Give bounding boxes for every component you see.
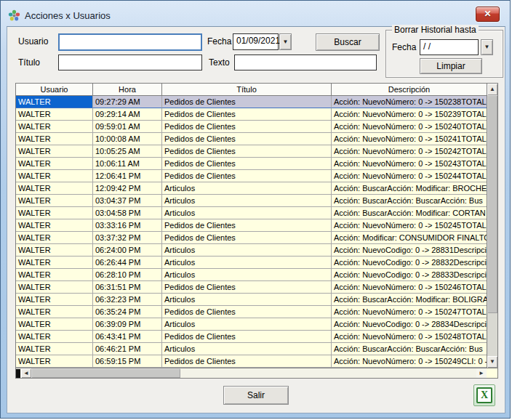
usuario-input[interactable] bbox=[58, 33, 202, 51]
table-row[interactable]: WALTER12:06:41 PMPedidos de ClientesAcci… bbox=[16, 170, 497, 182]
cell-usuario[interactable]: WALTER bbox=[16, 195, 93, 207]
cell-usuario[interactable]: WALTER bbox=[16, 158, 93, 170]
cell-titulo[interactable]: Pedidos de Clientes bbox=[162, 170, 332, 182]
cell-hora[interactable]: 10:00:08 AM bbox=[93, 133, 162, 145]
cell-usuario[interactable]: WALTER bbox=[16, 294, 93, 306]
cell-usuario[interactable]: WALTER bbox=[16, 244, 93, 257]
cell-hora[interactable]: 03:04:58 PM bbox=[93, 207, 162, 219]
table-row[interactable]: WALTER06:26:44 PMArticulosAcción: NuevoC… bbox=[16, 257, 497, 269]
col-header-descripcion[interactable]: Descripción bbox=[332, 84, 487, 96]
table-row[interactable]: WALTER03:04:58 PMArticulosAcción: Buscar… bbox=[16, 207, 497, 219]
cell-hora[interactable]: 10:06:11 AM bbox=[93, 158, 162, 170]
cell-hora[interactable]: 09:59:01 AM bbox=[93, 121, 162, 133]
cell-usuario[interactable]: WALTER bbox=[16, 269, 93, 281]
cell-titulo[interactable]: Articulos bbox=[162, 195, 332, 207]
cell-hora[interactable]: 12:06:41 PM bbox=[93, 170, 162, 182]
scroll-down-icon[interactable]: ▼ bbox=[487, 356, 497, 368]
cell-usuario[interactable]: WALTER bbox=[16, 96, 93, 108]
cell-usuario[interactable]: WALTER bbox=[16, 355, 93, 368]
table-row[interactable]: WALTER12:09:42 PMArticulosAcción: Buscar… bbox=[16, 182, 497, 195]
table-row[interactable]: WALTER06:46:21 PMArticulosAcción: Buscar… bbox=[16, 343, 497, 355]
horizontal-scroll-thumb[interactable] bbox=[31, 368, 180, 378]
cell-hora[interactable]: 06:32:23 PM bbox=[93, 294, 162, 306]
limpiar-button[interactable]: Limpiar bbox=[420, 58, 482, 74]
cell-titulo[interactable]: Articulos bbox=[162, 244, 332, 257]
cell-hora[interactable]: 03:33:16 PM bbox=[93, 219, 162, 232]
table-row[interactable]: WALTER09:59:01 AMPedidos de ClientesAcci… bbox=[16, 121, 497, 133]
cell-titulo[interactable]: Articulos bbox=[162, 343, 332, 355]
cell-descripcion[interactable]: Acción: NuevoNúmero: 0 -> 150247TOTAL: bbox=[332, 306, 487, 318]
cell-usuario[interactable]: WALTER bbox=[16, 207, 93, 219]
fecha-value[interactable]: 01/09/2021 bbox=[233, 33, 279, 50]
cell-usuario[interactable]: WALTER bbox=[16, 257, 93, 269]
cell-titulo[interactable]: Articulos bbox=[162, 207, 332, 219]
cell-descripcion[interactable]: Acción: NuevoNúmero: 0 -> 150242TOTAL: bbox=[332, 145, 487, 158]
cell-hora[interactable]: 06:39:09 PM bbox=[93, 318, 162, 331]
cell-hora[interactable]: 03:04:37 PM bbox=[93, 195, 162, 207]
cell-titulo[interactable]: Pedidos de Clientes bbox=[162, 331, 332, 343]
cell-titulo[interactable]: Articulos bbox=[162, 294, 332, 306]
cell-descripcion[interactable]: Acción: NuevoNúmero: 0 -> 150239TOTAL: bbox=[332, 108, 487, 121]
vertical-scrollbar[interactable]: ▲ ▼ bbox=[487, 84, 497, 368]
close-icon[interactable]: ✕ bbox=[476, 7, 500, 22]
table-row[interactable]: WALTER06:59:15 PMPedidos de ClientesAcci… bbox=[16, 355, 497, 368]
scrollbar-splitter[interactable] bbox=[16, 369, 20, 378]
cell-titulo[interactable]: Pedidos de Clientes bbox=[162, 108, 332, 121]
table-row[interactable]: WALTER06:32:23 PMArticulosAcción: Buscar… bbox=[16, 294, 497, 306]
cell-descripcion[interactable]: Acción: BuscarAcción: Modificar: CORTAN bbox=[332, 207, 487, 219]
cell-usuario[interactable]: WALTER bbox=[16, 219, 93, 232]
table-row[interactable]: WALTER10:05:25 AMPedidos de ClientesAcci… bbox=[16, 145, 497, 158]
col-header-usuario[interactable]: Usuario bbox=[16, 84, 93, 96]
scroll-right-icon[interactable]: ► bbox=[476, 368, 487, 378]
table-row[interactable]: WALTER06:28:10 PMArticulosAcción: NuevoC… bbox=[16, 269, 497, 281]
cell-titulo[interactable]: Articulos bbox=[162, 257, 332, 269]
cell-titulo[interactable]: Pedidos de Clientes bbox=[162, 219, 332, 232]
vertical-scroll-thumb[interactable] bbox=[487, 95, 497, 313]
table-row[interactable]: WALTER06:43:41 PMPedidos de ClientesAcci… bbox=[16, 331, 497, 343]
cell-descripcion[interactable]: Acción: BuscarAcción: Modificar: BOLIGRA bbox=[332, 294, 487, 306]
table-row[interactable]: WALTER10:00:08 AMPedidos de ClientesAcci… bbox=[16, 133, 497, 145]
cell-descripcion[interactable]: Acción: BuscarAcción: Modificar: BROCHE bbox=[332, 182, 487, 195]
col-header-hora[interactable]: Hora bbox=[93, 84, 162, 96]
cell-titulo[interactable]: Pedidos de Clientes bbox=[162, 145, 332, 158]
table-row[interactable]: WALTER03:04:37 PMArticulosAcción: Buscar… bbox=[16, 195, 497, 207]
table-row[interactable]: WALTER06:39:09 PMArticulosAcción: NuevoC… bbox=[16, 318, 497, 331]
cell-descripcion[interactable]: Acción: NuevoNúmero: 0 -> 150249CLI: 0 -… bbox=[332, 355, 487, 368]
cell-hora[interactable]: 06:59:15 PM bbox=[93, 355, 162, 368]
table-row[interactable]: WALTER09:29:14 AMPedidos de ClientesAcci… bbox=[16, 108, 497, 121]
salir-button[interactable]: Salir bbox=[223, 386, 289, 405]
table-row[interactable]: WALTER03:37:32 PMPedidos de ClientesAcci… bbox=[16, 232, 497, 244]
cell-hora[interactable]: 03:37:32 PM bbox=[93, 232, 162, 244]
table-row[interactable]: WALTER06:24:00 PMArticulosAcción: NuevoC… bbox=[16, 244, 497, 257]
cell-titulo[interactable]: Pedidos de Clientes bbox=[162, 121, 332, 133]
cell-titulo[interactable]: Pedidos de Clientes bbox=[162, 281, 332, 294]
buscar-button[interactable]: Buscar bbox=[316, 33, 380, 51]
cell-usuario[interactable]: WALTER bbox=[16, 170, 93, 182]
cell-usuario[interactable]: WALTER bbox=[16, 121, 93, 133]
cell-usuario[interactable]: WALTER bbox=[16, 232, 93, 244]
cell-hora[interactable]: 06:24:00 PM bbox=[93, 244, 162, 257]
cell-descripcion[interactable]: Acción: NuevoNúmero: 0 -> 150246TOTAL: bbox=[332, 281, 487, 294]
cell-descripcion[interactable]: Acción: NuevoCodigo: 0 -> 28833Descripci bbox=[332, 269, 487, 281]
cell-hora[interactable]: 06:31:51 PM bbox=[93, 281, 162, 294]
col-header-titulo[interactable]: Título bbox=[162, 84, 332, 96]
cell-hora[interactable]: 09:27:29 AM bbox=[93, 96, 162, 108]
cell-descripcion[interactable]: Acción: NuevoNúmero: 0 -> 150244TOTAL: bbox=[332, 170, 487, 182]
cell-usuario[interactable]: WALTER bbox=[16, 108, 93, 121]
cell-descripcion[interactable]: Acción: NuevoNúmero: 0 -> 150245TOTAL: bbox=[332, 219, 487, 232]
table-row[interactable]: WALTER10:06:11 AMPedidos de ClientesAcci… bbox=[16, 158, 497, 170]
cell-descripcion[interactable]: Acción: NuevoNúmero: 0 -> 150248TOTAL: bbox=[332, 331, 487, 343]
export-excel-button[interactable]: X bbox=[473, 384, 495, 406]
cell-descripcion[interactable]: Acción: NuevoNúmero: 0 -> 150238TOTAL: bbox=[332, 96, 487, 108]
cell-descripcion[interactable]: Acción: BuscarAcción: BuscarAcción: Bus bbox=[332, 195, 487, 207]
cell-titulo[interactable]: Articulos bbox=[162, 182, 332, 195]
borrar-fecha-value[interactable]: / / bbox=[420, 39, 479, 55]
cell-usuario[interactable]: WALTER bbox=[16, 343, 93, 355]
table-row[interactable]: WALTER03:33:16 PMPedidos de ClientesAcci… bbox=[16, 219, 497, 232]
cell-usuario[interactable]: WALTER bbox=[16, 281, 93, 294]
cell-hora[interactable]: 06:46:21 PM bbox=[93, 343, 162, 355]
cell-usuario[interactable]: WALTER bbox=[16, 145, 93, 158]
titulo-input[interactable] bbox=[58, 54, 202, 70]
cell-descripcion[interactable]: Acción: Modificar: CONSUMIDOR FINALTOT bbox=[332, 232, 487, 244]
table-row[interactable]: WALTER06:35:24 PMPedidos de ClientesAcci… bbox=[16, 306, 497, 318]
